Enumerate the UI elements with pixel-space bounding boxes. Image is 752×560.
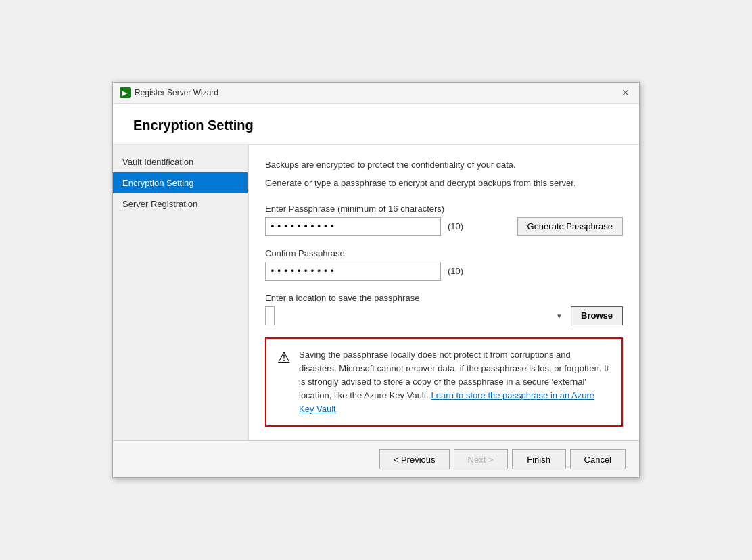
sidebar-item-encryption-setting[interactable]: Encryption Setting — [113, 172, 248, 193]
confirm-passphrase-label: Confirm Passphrase — [265, 248, 623, 258]
main-content: Backups are encrypted to protect the con… — [248, 145, 639, 441]
app-icon: ▶ — [120, 87, 131, 98]
form-section: Enter Passphrase (minimum of 16 characte… — [265, 204, 623, 427]
passphrase-count: (10) — [448, 221, 475, 231]
footer: < Previous Next > Finish Cancel — [113, 440, 639, 477]
sidebar: Vault Identification Encryption Setting … — [113, 145, 248, 441]
svg-text:▶: ▶ — [122, 89, 128, 97]
close-button[interactable]: ✕ — [619, 86, 632, 99]
content-area: Vault Identification Encryption Setting … — [113, 145, 639, 441]
passphrase-group: Enter Passphrase (minimum of 16 characte… — [265, 204, 623, 236]
browse-button[interactable]: Browse — [571, 306, 623, 325]
passphrase-label: Enter Passphrase (minimum of 16 characte… — [265, 204, 623, 214]
warning-text: Saving the passphrase locally does not p… — [299, 348, 611, 417]
title-bar: ▶ Register Server Wizard ✕ — [113, 83, 639, 104]
warning-box: ⚠ Saving the passphrase locally does not… — [265, 337, 623, 427]
title-bar-left: ▶ Register Server Wizard — [120, 87, 218, 98]
passphrase-input-row: (10) Generate Passphrase — [265, 217, 623, 236]
page-title: Encryption Setting — [133, 118, 619, 133]
page-header: Encryption Setting — [113, 104, 639, 145]
passphrase-input[interactable] — [265, 217, 441, 236]
title-bar-title: Register Server Wizard — [135, 88, 218, 97]
description-line1: Backups are encrypted to protect the con… — [265, 158, 623, 172]
previous-button[interactable]: < Previous — [379, 449, 450, 469]
confirm-passphrase-group: Confirm Passphrase (10) — [265, 248, 623, 281]
cancel-button[interactable]: Cancel — [570, 449, 626, 469]
sidebar-item-server-registration[interactable]: Server Registration — [113, 193, 248, 214]
location-input-row: Browse — [265, 306, 623, 325]
warning-icon: ⚠ — [277, 349, 291, 367]
confirm-passphrase-input[interactable] — [265, 262, 441, 281]
confirm-input-row: (10) — [265, 262, 623, 281]
generate-passphrase-button[interactable]: Generate Passphrase — [517, 217, 623, 236]
wizard-window: ▶ Register Server Wizard ✕ Encryption Se… — [112, 82, 640, 479]
location-select[interactable] — [265, 306, 275, 325]
location-label: Enter a location to save the passphrase — [265, 293, 623, 303]
location-group: Enter a location to save the passphrase … — [265, 293, 623, 325]
next-button[interactable]: Next > — [454, 449, 508, 469]
sidebar-item-vault-identification[interactable]: Vault Identification — [113, 151, 248, 172]
finish-button[interactable]: Finish — [512, 449, 566, 469]
location-select-wrapper — [265, 306, 565, 325]
description-line2: Generate or type a passphrase to encrypt… — [265, 177, 623, 190]
confirm-count: (10) — [448, 266, 475, 276]
